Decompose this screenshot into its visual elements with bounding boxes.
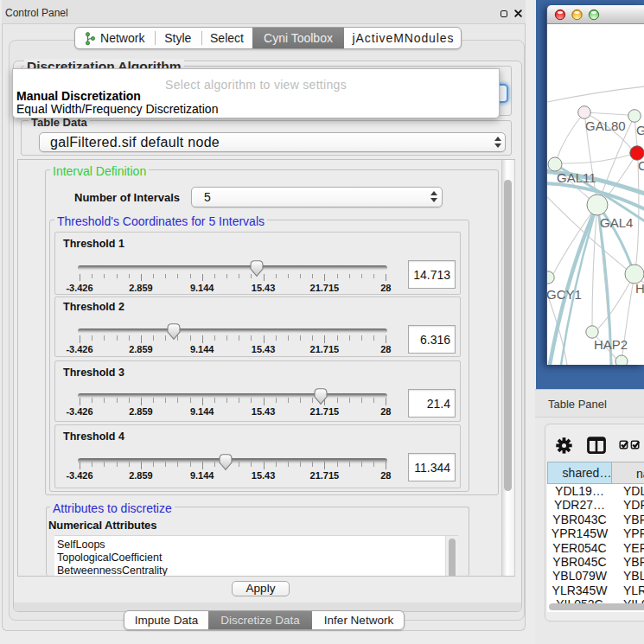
- svg-text:GAL11: GAL11: [557, 170, 596, 185]
- svg-text:GAL80: GAL80: [585, 118, 626, 133]
- svg-text:H: H: [635, 281, 644, 296]
- svg-text:GA: GA: [636, 123, 644, 137]
- svg-text:GCY1: GCY1: [547, 287, 582, 302]
- svg-text:HAP2: HAP2: [594, 337, 628, 352]
- svg-text:C: C: [638, 158, 644, 173]
- svg-text:GAL4: GAL4: [600, 215, 633, 230]
